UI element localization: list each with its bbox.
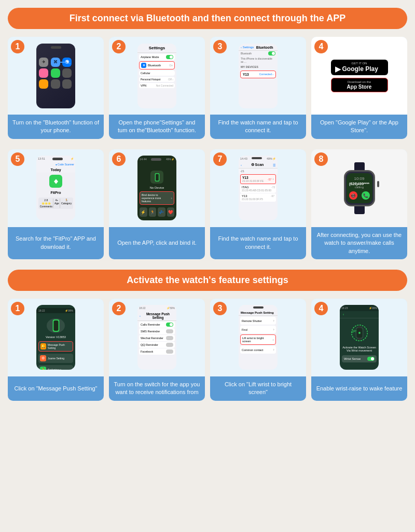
watch-band-bottom [354,206,365,214]
activate-step-1-image: 1 18:22 ⚡99% Version V13653 🔔 Message Pu… [8,299,104,376]
section2-row1: 1 18:22 ⚡99% Version V13653 🔔 Message Pu… [8,299,407,401]
find-row: Find › [240,326,276,333]
svg-point-9 [358,332,361,334]
activate-step-2-badge: 2 [112,302,126,315]
settings-bluetooth-row: ❋ Bluetooth On [139,61,175,69]
fitpro-name: FitPro [36,191,75,194]
bt-device-y13: Y13 Connected › [240,71,276,78]
control-center-mockup: ✈ ⌘ ❋ → [36,44,75,108]
section2-banner: Activate the watch's feature settings [8,270,407,291]
svg-rect-1 [156,174,159,180]
scan-y13-2-row: Y13 21:22:31:00:3F:F5 -97 [240,193,276,202]
step-5-badge: 5 [11,152,24,166]
google-play-big: ▶ Google Play [335,65,384,73]
settings-airplane: Airplane Mode [139,54,175,60]
step-4-card: 4 GET IT ON ▶ Google Play Download on th… [311,37,407,139]
wechat-toggle[interactable] [166,336,173,340]
wechat-reminder-row: Wechat Reminder [139,335,175,341]
step-7-badge: 7 [213,152,227,166]
activate-general: ⚙ Juame Setting [38,354,73,363]
svg-rect-7 [358,326,361,328]
section1-row1: 1 ✈ ⌘ ❋ → Turn on the [8,37,407,139]
sms-reminder-row: SMS Reminder [139,328,175,334]
activate-step-1-card: 1 18:22 ⚡99% Version V13653 🔔 Message Pu… [8,299,104,401]
watch-band-top [354,162,365,170]
google-play-button[interactable]: GET IT ON ▶ Google Play [331,60,388,75]
activate-step-1-desc: Click on "Message Push Setting" [8,376,104,401]
step-3-badge: 3 [213,40,227,53]
activate-step-3-desc: Click on "Lift wrist to bright screen" [210,376,306,401]
step-8-card: 8 10:09 (626)499**** calling 📵 📞 [311,149,407,259]
app-store-big: App Store [336,83,383,90]
activate-msg-push: 🔔 Message Push Setting [38,341,73,352]
facebook-row: Facebook [139,348,175,355]
activate-step-2-card: 2 18:22 ⚡50% ‹ Message Push Setting Call… [109,299,205,401]
activate-step-1-badge: 1 [11,302,24,315]
settings-vpn: VPN Not Connected [139,83,175,88]
step-6-badge: 6 [112,152,126,166]
activate-step-4-card: 4 18:23 ⚡99% ‹ [311,299,407,401]
step-8-image: 8 10:09 (626)499**** calling 📵 📞 [311,149,407,227]
cc-sound [39,79,48,89]
activate-watch-icon [47,318,65,333]
activate-step-2-image: 2 18:22 ⚡50% ‹ Message Push Setting Call… [109,299,205,376]
airplane-toggle [166,55,173,59]
step-4-image: 4 GET IT ON ▶ Google Play Download on th… [311,37,407,115]
cc-rotation [62,68,72,78]
section1-banner: First connect via Bluetooth and then con… [8,8,407,29]
watch-screen: 10:09 (626)499**** calling 📵 📞 [347,173,372,203]
qq-toggle[interactable] [166,343,173,347]
step-3-desc: Find the watch name and tap to connect i… [210,115,306,139]
activate-phone-mockup: 18:22 ⚡99% Version V13653 🔔 Message Push… [36,305,75,370]
settings-mockup: Settings Airplane Mode ❋ Bluetooth On Ce… [137,44,176,108]
section2-title: Activate the watch's feature settings [18,275,397,286]
app-store-button[interactable]: Download on the App Store [331,78,388,92]
section1-row2: 5 13:51 ⚡ ● Code Scanner Today FitPro 2.… [8,149,407,259]
remote-shutter-row: Remote Shutter › [240,317,276,325]
scan-mockup: 14:43 49%⚡ ‹ ⚙ Scan ☰ -21 Y13 21: [239,156,278,220]
bt-label: Bluetooth [148,64,161,67]
step-7-card: 7 14:43 49%⚡ ‹ ⚙ Scan ☰ -21 [210,149,306,259]
smartwatch-mockup: 10:09 (626)499**** calling 📵 📞 [339,162,380,214]
step-2-card: 2 Settings Airplane Mode ❋ Bluetooth On … [109,37,205,139]
step-1-card: 1 ✈ ⌘ ❋ → Turn on the [8,37,104,139]
bind-watch-icon [150,171,163,184]
sms-toggle[interactable] [166,329,173,333]
facebook-toggle[interactable] [166,349,173,354]
watch-body: 10:09 (626)499**** calling 📵 📞 [344,170,375,206]
step-4-badge: 4 [314,40,328,53]
fitpro-mockup: 13:51 ⚡ ● Code Scanner Today FitPro 2.8⭐… [36,156,75,220]
scan-itag-row: ITAG 21:23:45:AB:CD:01:05:00 -72 [240,185,276,193]
activate-step-3-image: 3 Message Push Setting Remote Shutter › … [210,299,306,376]
step-7-image: 7 14:43 49%⚡ ‹ ⚙ Scan ☰ -21 [210,149,306,227]
step-5-desc: Search for the "FitPro" APP and download… [8,227,104,259]
settings-cellular: Cellular [139,71,175,76]
bt-status: On [169,64,173,67]
bt-icon: ❋ [141,63,146,68]
activate-step-3-badge: 3 [213,302,227,315]
airplane-label: Airplane Mode [141,55,159,59]
wrist-sense-mockup: 18:23 ⚡99% ‹ [340,305,379,370]
settings-header: Settings [137,44,176,53]
wrist-sense-toggle[interactable] [367,357,375,361]
step-2-image: 2 Settings Airplane Mode ❋ Bluetooth On … [109,37,205,115]
msg-push-mockup: 18:22 ⚡50% ‹ Message Push Setting Calls … [137,305,176,370]
bluetooth-mockup: ‹ Settings Bluetooth Bluetooth This iPho… [239,44,278,108]
step-8-badge: 8 [314,152,328,166]
step-1-badge: 1 [11,40,24,53]
watch-crown [377,181,379,187]
activate-step-4-image: 4 18:23 ⚡99% ‹ [311,299,407,376]
lift-wrist-mockup: Message Push Setting Remote Shutter › Fi… [239,305,278,370]
cc-focus [51,68,60,78]
step-5-card: 5 13:51 ⚡ ● Code Scanner Today FitPro 2.… [8,149,104,259]
activate-step-4-desc: Enable wrist-raise to wake feature [311,376,407,401]
step-4-desc: Open "Google Play" or the App Store". [311,115,407,139]
step-3-card: 3 ‹ Settings Bluetooth Bluetooth This iP… [210,37,306,139]
bind-mockup: 14:44 49%⚡ No Device Bind device to expe… [137,156,176,220]
step-5-image: 5 13:51 ⚡ ● Code Scanner Today FitPro 2.… [8,149,104,227]
step-6-card: 6 14:44 49%⚡ No Device Bind device to ex… [109,149,205,259]
lift-wrist-row[interactable]: Lift wrist to bright screen › [240,334,276,345]
step-6-image: 6 14:44 49%⚡ No Device Bind device to ex… [109,149,205,227]
calls-toggle[interactable] [166,323,173,327]
wrist-sense-toggle-row: Wrist Sense [342,355,377,362]
